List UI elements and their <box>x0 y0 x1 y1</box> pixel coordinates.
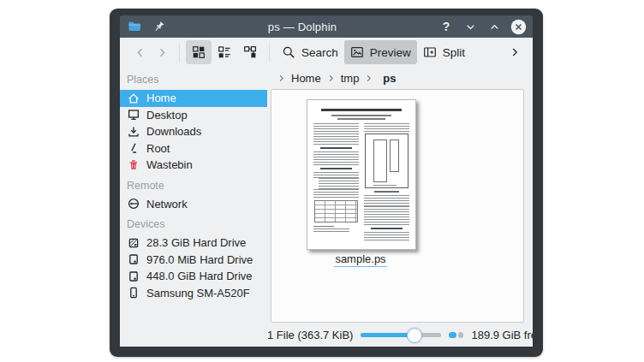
preview-button[interactable]: Preview <box>344 40 417 64</box>
sidebar-item-root[interactable]: Root <box>120 140 267 157</box>
thumb-doc-figure <box>365 134 409 188</box>
file-name-label[interactable]: sample.ps <box>334 253 386 267</box>
content-split: Places Home Desktop <box>120 67 533 323</box>
sidebar-item-drive-448gib[interactable]: 448.0 GiB Hard Drive <box>120 268 267 285</box>
hard-drive-icon <box>127 252 140 266</box>
sidebar-item-label: Network <box>146 198 188 211</box>
thumb-doc-table <box>314 200 358 223</box>
devices-section-header: Devices <box>127 218 267 230</box>
status-summary: 1 File (363.7 KiB) <box>267 329 353 341</box>
dolphin-window: ps — Dolphin ? <box>110 9 543 357</box>
search-button-label: Search <box>301 46 338 59</box>
disk-capacity-bar <box>449 332 463 338</box>
chevron-right-icon <box>365 74 373 82</box>
tree-view-icon <box>243 45 257 59</box>
window-menu-folder-icon[interactable] <box>126 18 143 35</box>
zoom-slider-handle[interactable] <box>407 328 422 343</box>
app-frame: Search Preview Split <box>120 38 533 347</box>
split-button-label: Split <box>443 46 465 59</box>
chevron-right-icon <box>277 74 285 82</box>
main-toolbar: Search Preview Split <box>120 38 533 67</box>
search-icon <box>282 45 295 59</box>
thumb-doc-author-line <box>337 118 385 120</box>
sidebar-item-wastebin[interactable]: Wastebin <box>120 157 267 174</box>
sidebar-item-home[interactable]: Home <box>120 90 267 107</box>
status-bar: 1 File (363.7 KiB) 189.9 GiB free <box>120 323 533 347</box>
split-button[interactable]: Split <box>417 40 471 64</box>
icons-view-icon <box>192 45 206 59</box>
minimize-icon[interactable] <box>462 18 479 35</box>
toolbar-separator <box>179 44 180 62</box>
breadcrumb-item-tmp[interactable]: tmp <box>341 72 360 85</box>
breadcrumb-item-home[interactable]: Home <box>291 72 321 85</box>
free-space-label: 189.9 GiB free <box>471 329 533 341</box>
details-view-icon <box>218 45 231 59</box>
preview-icon <box>350 45 364 59</box>
remote-section-header: Remote <box>127 180 267 192</box>
close-icon[interactable] <box>510 18 527 35</box>
wastebin-icon <box>127 158 140 172</box>
sidebar-item-label: Wastebin <box>146 158 193 171</box>
sidebar-item-label: 976.0 MiB Hard Drive <box>146 253 253 266</box>
toolbar-overflow-button[interactable] <box>505 40 524 64</box>
thumb-doc-left-column <box>313 123 359 245</box>
breadcrumb-item-ps[interactable]: ps <box>383 72 396 85</box>
breadcrumb: Home tmp ps <box>267 67 533 89</box>
sidebar-item-label: 28.3 GiB Hard Drive <box>146 236 246 249</box>
sidebar-item-label: Samsung SM-A520F <box>146 287 250 300</box>
help-icon[interactable]: ? <box>438 18 455 35</box>
split-icon <box>423 45 437 59</box>
toolbar-separator <box>269 44 270 62</box>
folder-icon <box>128 20 141 33</box>
places-section-header: Places <box>127 74 267 86</box>
pin-icon[interactable] <box>150 18 167 35</box>
sidebar-item-desktop[interactable]: Desktop <box>120 107 267 124</box>
sidebar-item-drive-976mib[interactable]: 976.0 MiB Hard Drive <box>120 252 267 269</box>
sidebar-item-label: Desktop <box>146 109 188 122</box>
capacity-free-segment <box>458 332 463 338</box>
titlebar[interactable]: ps — Dolphin ? <box>120 15 533 38</box>
sidebar-item-label: 448.0 GiB Hard Drive <box>146 270 253 282</box>
search-button[interactable]: Search <box>276 40 344 64</box>
thumb-doc-title-line <box>321 109 401 111</box>
sidebar-item-drive-28gib[interactable]: 28.3 GiB Hard Drive <box>120 234 267 252</box>
ps-document-thumbnail <box>307 99 416 250</box>
file-view: sample.ps <box>271 89 524 323</box>
zoom-slider[interactable] <box>361 328 441 342</box>
thumb-doc-author-line <box>331 115 392 116</box>
zoom-slider-fill <box>361 333 414 337</box>
sidebar-item-label: Downloads <box>146 125 201 138</box>
downloads-icon <box>127 125 140 139</box>
maximize-icon[interactable] <box>486 18 503 35</box>
chevron-right-icon <box>327 74 335 82</box>
icons-view-button[interactable] <box>186 40 212 64</box>
sidebar-item-samsung-phone[interactable]: Samsung SM-A520F <box>120 285 267 302</box>
home-icon <box>127 92 140 105</box>
sidebar-item-network[interactable]: Network <box>120 196 267 213</box>
thumb-doc-right-column <box>364 123 409 245</box>
preview-button-label: Preview <box>370 46 411 59</box>
capacity-used-segment <box>449 332 456 338</box>
thumb-doc-columns <box>313 123 409 245</box>
sidebar-item-label: Root <box>146 142 170 155</box>
folder-view-column: Home tmp ps <box>267 67 533 323</box>
places-panel: Places Home Desktop <box>120 67 267 323</box>
sidebar-item-label: Home <box>146 92 176 104</box>
hard-drive-icon <box>127 236 140 250</box>
tree-view-button[interactable] <box>237 40 263 64</box>
root-icon <box>127 141 140 155</box>
smartphone-icon <box>127 286 140 300</box>
file-item-sample-ps[interactable]: sample.ps <box>307 99 414 267</box>
sidebar-item-downloads[interactable]: Downloads <box>120 123 267 140</box>
desktop-background: { "window": { "title": "ps — Dolphin", "… <box>0 0 644 362</box>
window-title: ps — Dolphin <box>174 21 431 33</box>
details-view-button[interactable] <box>212 40 237 64</box>
hard-drive-icon <box>127 270 140 283</box>
desktop-icon <box>127 108 140 122</box>
back-button[interactable] <box>128 40 151 64</box>
forward-button[interactable] <box>151 40 173 64</box>
network-icon <box>127 197 140 211</box>
